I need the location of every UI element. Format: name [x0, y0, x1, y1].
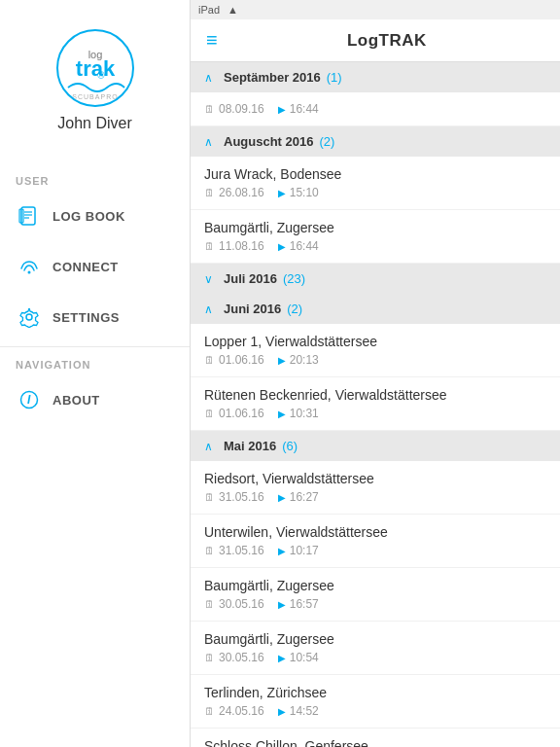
dive-name: Schloss Chillon, Genfersee [204, 738, 546, 747]
calendar-icon: 🗓 [204, 103, 215, 115]
section-count: (23) [283, 271, 305, 286]
section-title: Auguscht 2016 [224, 134, 313, 149]
dive-time: ▶14:52 [278, 704, 319, 718]
time-text: 14:52 [290, 704, 319, 718]
dive-meta: 🗓31.05.16▶16:27 [204, 490, 546, 504]
play-icon: ▶ [278, 653, 286, 663]
time-text: 15:10 [290, 186, 319, 199]
play-icon: ▶ [278, 599, 286, 610]
connect-label: CONNECT [52, 260, 119, 274]
dive-date: 🗓30.05.16 [204, 651, 264, 664]
calendar-icon: 🗓 [204, 491, 215, 503]
username-label: John Diver [57, 115, 131, 132]
dive-date: 🗓11.08.16 [204, 239, 264, 253]
calendar-icon: 🗓 [204, 705, 215, 717]
dive-name: Unterwilen, Vierwaldstättersee [204, 524, 546, 540]
svg-point-9 [28, 271, 31, 274]
sidebar-item-settings[interactable]: SETTINGS [0, 292, 190, 342]
logbook-label: LOG BOOK [52, 209, 125, 224]
connect-icon [16, 253, 43, 280]
date-text: 01.06.16 [219, 353, 264, 367]
dive-time: ▶16:27 [278, 490, 319, 504]
status-bar: iPad ▲ [191, 0, 560, 19]
time-text: 16:44 [290, 102, 319, 116]
carrier-label: iPad [198, 4, 220, 16]
date-text: 01.06.16 [219, 407, 264, 420]
dive-meta: 🗓26.08.16▶15:10 [204, 186, 546, 199]
collapse-arrow-icon: ∧ [204, 302, 218, 316]
svg-text:i: i [27, 393, 31, 407]
dive-item[interactable]: 🗓08.09.16▶16:44 [191, 92, 560, 126]
dive-date: 🗓30.05.16 [204, 597, 264, 611]
date-text: 31.05.16 [219, 544, 264, 557]
date-text: 08.09.16 [219, 102, 264, 116]
wifi-icon: ▲ [228, 4, 238, 16]
section-header[interactable]: ∧Juni 2016 (2) [191, 294, 560, 324]
date-text: 31.05.16 [219, 490, 264, 504]
dive-date: 🗓31.05.16 [204, 544, 264, 557]
dive-name: Rütenen Beckenried, Vierwaldstättersee [204, 387, 546, 403]
app-header: ≡ LogTRAK [191, 19, 560, 62]
dive-name: Baumgärtli, Zugersee [204, 220, 546, 235]
dive-item[interactable]: Jura Wrack, Bodensee🗓26.08.16▶15:10 [191, 157, 560, 210]
sidebar-item-logbook[interactable]: LOG BOOK [0, 191, 190, 241]
dive-time: ▶15:10 [278, 186, 319, 199]
section-header[interactable]: ∧Mai 2016 (6) [191, 431, 560, 461]
calendar-icon: 🗓 [204, 240, 215, 252]
sidebar-item-about[interactable]: i ABOUT [0, 374, 190, 425]
time-text: 10:54 [290, 651, 319, 664]
section-count: (2) [319, 134, 334, 149]
calendar-icon: 🗓 [204, 545, 215, 556]
settings-label: SETTINGS [52, 310, 120, 325]
section-title: Juni 2016 [224, 302, 281, 316]
main-content: iPad ▲ ≡ LogTRAK ∧Septämber 2016 (1)🗓08.… [191, 0, 560, 747]
dive-name: Riedsort, Vierwaldstättersee [204, 471, 546, 486]
play-icon: ▶ [278, 355, 286, 366]
logbook-icon [16, 202, 43, 230]
play-icon: ▶ [278, 706, 286, 717]
dive-name: Terlinden, Zürichsee [204, 685, 546, 700]
play-icon: ▶ [278, 188, 286, 198]
section-header[interactable]: ∧Auguscht 2016 (2) [191, 126, 560, 157]
dive-meta: 🗓11.08.16▶16:44 [204, 239, 546, 253]
section-title: Septämber 2016 [224, 70, 321, 85]
dive-time: ▶10:31 [278, 407, 319, 420]
dive-date: 🗓24.05.16 [204, 704, 264, 718]
play-icon: ▶ [278, 104, 286, 115]
dive-item[interactable]: Riedsort, Vierwaldstättersee🗓31.05.16▶16… [191, 461, 560, 515]
dive-item[interactable]: Terlinden, Zürichsee🗓24.05.16▶14:52 [191, 675, 560, 729]
dive-item[interactable]: Schloss Chillon, Genfersee🗓13.05.16▶15:3… [191, 729, 560, 747]
log-list[interactable]: ∧Septämber 2016 (1)🗓08.09.16▶16:44∧Augus… [191, 62, 560, 747]
sidebar-item-connect[interactable]: CONNECT [0, 241, 190, 292]
dive-date: 🗓08.09.16 [204, 102, 264, 116]
dive-item[interactable]: Baumgärtli, Zugersee🗓30.05.16▶10:54 [191, 622, 560, 675]
section-count: (2) [287, 302, 302, 316]
section-title: Mai 2016 [224, 439, 276, 453]
menu-button[interactable]: ≡ [206, 29, 218, 52]
collapse-arrow-icon: ∧ [204, 135, 218, 149]
time-text: 10:17 [290, 544, 319, 557]
collapse-arrow-icon: ∧ [204, 440, 218, 453]
section-header[interactable]: ∨Juli 2016 (23) [191, 264, 560, 294]
play-icon: ▶ [278, 492, 286, 503]
date-text: 26.08.16 [219, 186, 264, 199]
svg-point-10 [26, 314, 32, 320]
dive-item[interactable]: Baumgärtli, Zugersee🗓30.05.16▶16:57 [191, 568, 560, 622]
dive-name: Baumgärtli, Zugersee [204, 578, 546, 593]
section-header[interactable]: ∧Septämber 2016 (1) [191, 62, 560, 92]
user-section-label: USER [0, 167, 190, 191]
dive-item[interactable]: Rütenen Beckenried, Vierwaldstättersee🗓0… [191, 377, 560, 431]
dive-name: Baumgärtli, Zugersee [204, 631, 546, 647]
dive-item[interactable]: Baumgärtli, Zugersee🗓11.08.16▶16:44 [191, 210, 560, 264]
svg-text:®: ® [97, 70, 105, 81]
dive-item[interactable]: Lopper 1, Vierwaldstättersee🗓01.06.16▶20… [191, 324, 560, 377]
dive-time: ▶16:44 [278, 239, 319, 253]
dive-date: 🗓01.06.16 [204, 353, 264, 367]
dive-item[interactable]: Unterwilen, Vierwaldstättersee🗓31.05.16▶… [191, 515, 560, 568]
dive-meta: 🗓30.05.16▶10:54 [204, 651, 546, 664]
section-title: Juli 2016 [224, 271, 277, 286]
logo-circle: log trak ® SCUBAPRO [56, 29, 134, 107]
calendar-icon: 🗓 [204, 652, 215, 663]
dive-time: ▶16:44 [278, 102, 319, 116]
dive-meta: 🗓24.05.16▶14:52 [204, 704, 546, 718]
